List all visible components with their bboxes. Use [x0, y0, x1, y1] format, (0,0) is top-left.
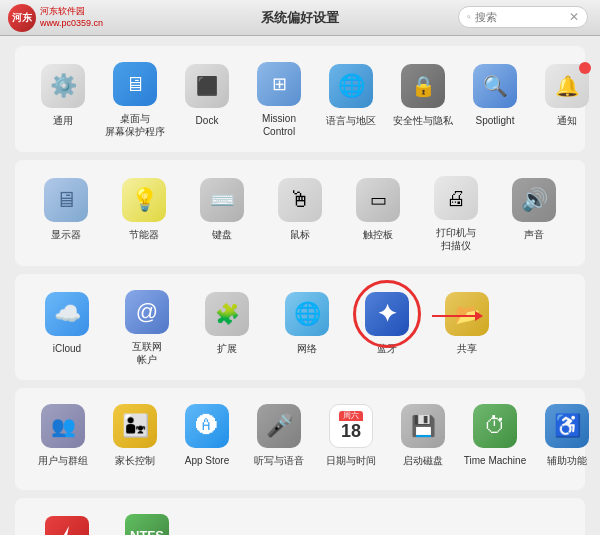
pref-timemachine[interactable]: ⏱ Time Machine	[459, 398, 531, 480]
pref-desktop[interactable]: 🖥 桌面与 屏幕保护程序	[99, 56, 171, 142]
mission-icon: ⊞	[257, 62, 301, 106]
mission-label: Mission Control	[262, 112, 296, 138]
notify-label: 通知	[557, 114, 577, 136]
pref-accessibility[interactable]: ♿ 辅助功能	[531, 398, 600, 480]
pref-notify[interactable]: 🔔 通知	[531, 58, 600, 140]
flash-icon	[45, 516, 89, 535]
pref-extension[interactable]: 🧩 扩展	[187, 286, 267, 368]
users-icon: 👥	[41, 404, 85, 448]
section-other-row: Flash Player NTFS NTFS for Mac OS X	[27, 508, 573, 535]
display-icon: 🖥	[44, 178, 88, 222]
security-icon: 🔒	[401, 64, 445, 108]
share-label: 共享	[457, 342, 477, 364]
pref-sound[interactable]: 🔊 声音	[495, 172, 573, 254]
ntfs-icon: NTFS	[125, 514, 169, 535]
search-box[interactable]: ✕	[458, 6, 588, 28]
search-icon	[467, 11, 471, 23]
section-system-row: 👥 用户与群组 👨‍👧 家长控制 🅐 App Store 🎤 听写与语音	[27, 398, 573, 480]
pref-ntfs[interactable]: NTFS NTFS for Mac OS X	[107, 508, 187, 535]
language-label: 语言与地区	[326, 114, 376, 136]
section-system: 👥 用户与群组 👨‍👧 家长控制 🅐 App Store 🎤 听写与语音	[15, 388, 585, 490]
accessibility-icon: ♿	[545, 404, 589, 448]
printer-icon: 🖨	[434, 176, 478, 220]
parental-label: 家长控制	[115, 454, 155, 476]
svg-line-1	[470, 18, 471, 19]
network-icon: 🌐	[285, 292, 329, 336]
timemachine-icon: ⏱	[473, 404, 517, 448]
pref-printer[interactable]: 🖨 打印机与 扫描仪	[417, 170, 495, 256]
datetime-label: 日期与时间	[326, 454, 376, 476]
energy-icon: 💡	[122, 178, 166, 222]
pref-mouse[interactable]: 🖱 鼠标	[261, 172, 339, 254]
pref-datetime[interactable]: 周六 18 日期与时间	[315, 398, 387, 480]
watermark-logo: 河东	[8, 4, 36, 32]
extension-label: 扩展	[217, 342, 237, 364]
icloud-label: iCloud	[53, 342, 81, 364]
pref-appstore[interactable]: 🅐 App Store	[171, 398, 243, 480]
pref-security[interactable]: 🔒 安全性与隐私	[387, 58, 459, 140]
spotlight-icon: 🔍	[473, 64, 517, 108]
pref-display[interactable]: 🖥 显示器	[27, 172, 105, 254]
pref-flash[interactable]: Flash Player	[27, 510, 107, 535]
trackpad-icon: ▭	[356, 178, 400, 222]
keyboard-icon: ⌨️	[200, 178, 244, 222]
spotlight-label: Spotlight	[476, 114, 515, 136]
pref-share[interactable]: 📂 共享	[427, 286, 507, 368]
window-title: 系统偏好设置	[261, 9, 339, 27]
titlebar: 河东 河东软件园 www.pc0359.cn 系统偏好设置 ✕	[0, 0, 600, 36]
pref-trackpad[interactable]: ▭ 触控板	[339, 172, 417, 254]
users-label: 用户与群组	[38, 454, 88, 476]
internet-label: 互联网 帐户	[132, 340, 162, 366]
language-icon: 🌐	[329, 64, 373, 108]
desktop-label: 桌面与 屏幕保护程序	[105, 112, 165, 138]
svg-point-0	[468, 16, 470, 18]
notify-icon: 🔔	[545, 64, 589, 108]
search-input[interactable]	[475, 11, 565, 23]
pref-energy[interactable]: 💡 节能器	[105, 172, 183, 254]
pref-network[interactable]: 🌐 网络	[267, 286, 347, 368]
pref-language[interactable]: 🌐 语言与地区	[315, 58, 387, 140]
pref-internet[interactable]: @ 互联网 帐户	[107, 284, 187, 370]
pref-keyboard[interactable]: ⌨️ 键盘	[183, 172, 261, 254]
parental-icon: 👨‍👧	[113, 404, 157, 448]
bluetooth-icon: ✦	[365, 292, 409, 336]
general-label: 通用	[53, 114, 73, 136]
main-content: ⚙️ 通用 🖥 桌面与 屏幕保护程序 ⬛ Dock ⊞ Mission Cont…	[0, 36, 600, 535]
dictation-icon: 🎤	[257, 404, 301, 448]
dock-label: Dock	[196, 114, 219, 136]
pref-general[interactable]: ⚙️ 通用	[27, 58, 99, 140]
pref-icloud[interactable]: ☁️ iCloud	[27, 286, 107, 368]
keyboard-label: 键盘	[212, 228, 232, 250]
pref-bluetooth[interactable]: ✦ 蓝牙	[347, 286, 427, 368]
dictation-label: 听写与语音	[254, 454, 304, 476]
watermark: 河东 河东软件园 www.pc0359.cn	[0, 0, 210, 36]
dock-icon: ⬛	[185, 64, 229, 108]
pref-parental[interactable]: 👨‍👧 家长控制	[99, 398, 171, 480]
pref-users[interactable]: 👥 用户与群组	[27, 398, 99, 480]
search-clear-icon[interactable]: ✕	[569, 10, 579, 24]
startup-label: 启动磁盘	[403, 454, 443, 476]
pref-dock[interactable]: ⬛ Dock	[171, 58, 243, 140]
printer-label: 打印机与 扫描仪	[436, 226, 476, 252]
watermark-text: 河东软件园 www.pc0359.cn	[40, 6, 103, 29]
general-icon: ⚙️	[41, 64, 85, 108]
section-personal: ⚙️ 通用 🖥 桌面与 屏幕保护程序 ⬛ Dock ⊞ Mission Cont…	[15, 46, 585, 152]
accessibility-label: 辅助功能	[547, 454, 587, 476]
mouse-label: 鼠标	[290, 228, 310, 250]
energy-label: 节能器	[129, 228, 159, 250]
security-label: 安全性与隐私	[393, 114, 453, 136]
pref-dictation[interactable]: 🎤 听写与语音	[243, 398, 315, 480]
display-label: 显示器	[51, 228, 81, 250]
pref-mission[interactable]: ⊞ Mission Control	[243, 56, 315, 142]
timemachine-label: Time Machine	[464, 454, 526, 476]
pref-startup[interactable]: 💾 启动磁盘	[387, 398, 459, 480]
desktop-icon: 🖥	[113, 62, 157, 106]
section-personal-row: ⚙️ 通用 🖥 桌面与 屏幕保护程序 ⬛ Dock ⊞ Mission Cont…	[27, 56, 573, 142]
trackpad-label: 触控板	[363, 228, 393, 250]
network-label: 网络	[297, 342, 317, 364]
share-icon: 📂	[445, 292, 489, 336]
sound-label: 声音	[524, 228, 544, 250]
appstore-label: App Store	[185, 454, 229, 476]
pref-spotlight[interactable]: 🔍 Spotlight	[459, 58, 531, 140]
section-hardware: 🖥 显示器 💡 节能器 ⌨️ 键盘 🖱 鼠标 ▭ 触控板 🖨 打印机与 扫描	[15, 160, 585, 266]
